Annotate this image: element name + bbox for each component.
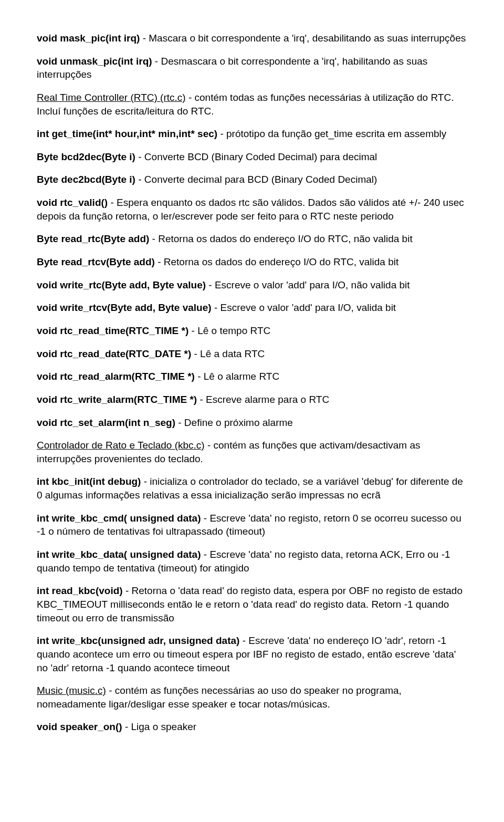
doc-line: Music (music.c) - contém as funções nece… (37, 684, 467, 711)
func-sig: int write_kbc(unsigned adr, unsigned dat… (37, 635, 239, 646)
func-sig: int write_kbc_cmd( unsigned data) (37, 513, 201, 524)
doc-line: Byte read_rtc(Byte add) - Retorna os dad… (37, 232, 467, 246)
section-title: Music (music.c) (37, 685, 106, 696)
func-sig: void speaker_on() (37, 721, 122, 732)
func-desc: - Liga o speaker (122, 721, 197, 732)
doc-line: void mask_pic(int irq) - Mascara o bit c… (37, 32, 467, 45)
func-desc: - Escreve o valor 'add' para I/O, valida… (212, 302, 396, 313)
func-sig: Byte bcd2dec(Byte i) (37, 151, 135, 162)
func-desc: - Lê o alarme RTC (195, 371, 279, 382)
doc-line: void unmask_pic(int irq) - Desmascara o … (37, 55, 467, 81)
func-desc: - prótotipo da função get_time escrita e… (217, 128, 446, 139)
func-sig: void rtc_valid() (37, 197, 108, 208)
doc-line: void rtc_read_time(RTC_TIME *) - Lê o te… (37, 324, 467, 338)
func-sig: void rtc_set_alarm(int n_seg) (37, 417, 175, 428)
func-sig: void rtc_read_date(RTC_DATE *) (37, 348, 191, 359)
doc-line: void rtc_write_alarm(RTC_TIME *) - Escre… (37, 393, 467, 407)
doc-line: int get_time(int* hour,int* min,int* sec… (37, 127, 467, 141)
func-desc: - Retorna os dados do endereço I/O do RT… (149, 233, 412, 244)
func-sig: void rtc_read_time(RTC_TIME *) (37, 325, 188, 336)
doc-line: void rtc_valid() - Espera enquanto os da… (37, 196, 467, 223)
doc-line: Byte read_rtcv(Byte add) - Retorna os da… (37, 255, 467, 269)
func-sig: void write_rtcv(Byte add, Byte value) (37, 302, 212, 313)
doc-line: int write_kbc_data( unsigned data) - Esc… (37, 548, 467, 575)
doc-line: void write_rtc(Byte add, Byte value) - E… (37, 278, 467, 292)
func-desc: - Escreve alarme para o RTC (197, 394, 329, 405)
doc-line: void speaker_on() - Liga o speaker (37, 720, 467, 734)
func-desc: - Escreve o valor 'add' para I/O, não va… (206, 279, 410, 290)
func-sig: int read_kbc(void) (37, 585, 123, 596)
func-desc: - Define o próximo alarme (175, 417, 293, 428)
func-sig: void mask_pic(int irq) (37, 33, 140, 44)
doc-line: Byte bcd2dec(Byte i) - Converte BCD (Bin… (37, 150, 467, 164)
func-desc: - Converte decimal para BCD (Binary Code… (135, 174, 377, 185)
doc-line: Real Time Controller (RTC) (rtc.c) - con… (37, 91, 467, 118)
func-sig: int get_time(int* hour,int* min,int* sec… (37, 128, 217, 139)
func-desc: - Mascara o bit correspondente a 'irq', … (140, 33, 466, 44)
doc-line: Byte dec2bcd(Byte i) - Converte decimal … (37, 173, 467, 186)
doc-line: int write_kbc_cmd( unsigned data) - Escr… (37, 512, 467, 538)
func-sig: void rtc_write_alarm(RTC_TIME *) (37, 394, 197, 405)
func-desc: - Lê o tempo RTC (188, 325, 270, 336)
doc-line: int read_kbc(void) - Retorna o 'data rea… (37, 584, 467, 625)
doc-line: void rtc_read_alarm(RTC_TIME *) - Lê o a… (37, 370, 467, 383)
func-sig: Byte read_rtcv(Byte add) (37, 256, 155, 267)
func-sig: void write_rtc(Byte add, Byte value) (37, 279, 206, 290)
func-sig: void rtc_read_alarm(RTC_TIME *) (37, 371, 195, 382)
func-desc: - Retorna os dados do endereço I/O do RT… (155, 256, 398, 267)
doc-line: int write_kbc(unsigned adr, unsigned dat… (37, 634, 467, 674)
func-desc: - Lê a data RTC (191, 348, 265, 359)
func-desc: - Converte BCD (Binary Coded Decimal) pa… (135, 151, 377, 162)
doc-line: void write_rtcv(Byte add, Byte value) - … (37, 301, 467, 315)
func-sig: void unmask_pic(int irq) (37, 56, 152, 67)
doc-line: Controlador de Rato e Teclado (kbc.c) - … (37, 439, 467, 465)
func-sig: int write_kbc_data( unsigned data) (37, 549, 201, 560)
doc-line: void rtc_read_date(RTC_DATE *) - Lê a da… (37, 347, 467, 361)
section-title: Real Time Controller (RTC) (rtc.c) (37, 92, 186, 103)
section-title: Controlador de Rato e Teclado (kbc.c) (37, 440, 205, 451)
doc-line: void rtc_set_alarm(int n_seg) - Define o… (37, 416, 467, 430)
doc-line: int kbc_init(int debug) - inicializa o c… (37, 475, 467, 502)
func-sig: int kbc_init(int debug) (37, 476, 141, 487)
func-sig: Byte dec2bcd(Byte i) (37, 174, 135, 185)
func-sig: Byte read_rtc(Byte add) (37, 233, 149, 244)
